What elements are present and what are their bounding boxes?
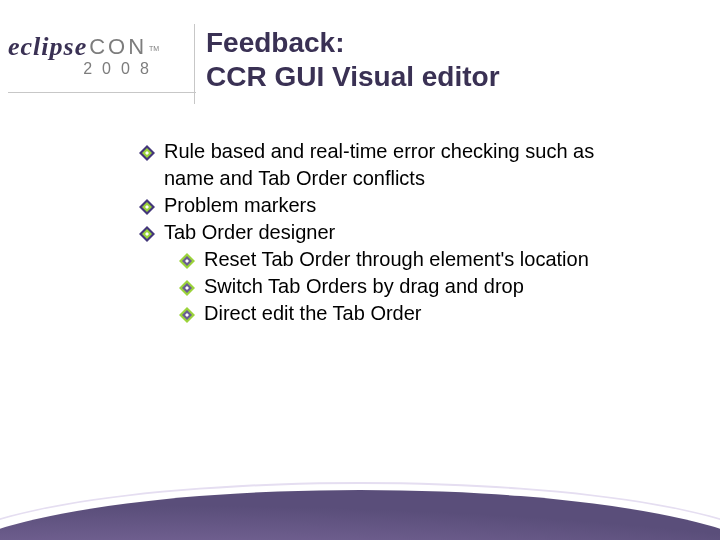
list-item: Switch Tab Orders by drag and drop — [178, 273, 600, 300]
title-text: Feedback: CCR GUI Visual editor — [206, 26, 700, 94]
bullet-text: Reset Tab Order through element's locati… — [204, 248, 589, 270]
list-item: Problem markers — [138, 192, 600, 219]
vertical-separator — [194, 24, 195, 104]
diamond-bullet-icon — [178, 277, 196, 295]
slide: eclipse CON TM 2008 Feedback: CCR GUI Vi… — [0, 0, 720, 540]
content: Rule based and real-time error checking … — [138, 138, 600, 327]
slide-title: Feedback: CCR GUI Visual editor — [206, 26, 700, 94]
list-item: Reset Tab Order through element's locati… — [178, 246, 600, 273]
bullet-text: Rule based and real-time error checking … — [164, 140, 594, 189]
title-line2: CCR GUI Visual editor — [206, 61, 500, 92]
logo: eclipse CON TM 2008 — [8, 32, 190, 78]
list-item: Direct edit the Tab Order — [178, 300, 600, 327]
logo-tm: TM — [149, 45, 159, 52]
diamond-bullet-icon — [178, 250, 196, 268]
diamond-bullet-icon — [178, 304, 196, 322]
footer-decoration — [0, 470, 720, 540]
bullet-text: Problem markers — [164, 194, 316, 216]
list-item: Tab Order designer — [138, 219, 600, 246]
logo-rule — [8, 92, 196, 93]
diamond-bullet-icon — [138, 142, 156, 160]
sublist: Reset Tab Order through element's locati… — [178, 246, 600, 327]
logo-year: 2008 — [52, 60, 190, 78]
title-line1: Feedback: — [206, 27, 345, 58]
logo-brand-eclipse: eclipse — [8, 32, 87, 62]
diamond-bullet-icon — [138, 196, 156, 214]
diamond-bullet-icon — [138, 223, 156, 241]
bullet-text: Direct edit the Tab Order — [204, 302, 422, 324]
bullet-text: Tab Order designer — [164, 221, 335, 243]
logo-line1: eclipse CON TM — [8, 32, 190, 62]
bullet-text: Switch Tab Orders by drag and drop — [204, 275, 524, 297]
logo-brand-con: CON — [89, 34, 147, 60]
list-item: Rule based and real-time error checking … — [138, 138, 600, 192]
